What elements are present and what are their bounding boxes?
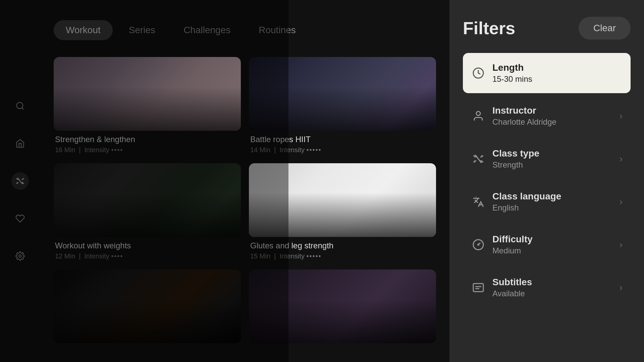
workout-grid: Strengthen & lengthen 16 Min | Intensity… (54, 57, 436, 351)
svg-rect-25 (473, 284, 483, 292)
filter-item-subtitles[interactable]: Subtitles Available › (463, 267, 631, 308)
clear-button[interactable]: Clear (579, 17, 631, 40)
workout-card-0[interactable]: Strengthen & lengthen 16 Min | Intensity… (54, 57, 241, 155)
filter-name-subtitles: Subtitles (492, 277, 616, 288)
tab-series[interactable]: Series (117, 20, 167, 40)
svg-line-1 (22, 108, 23, 109)
filter-item-classtype[interactable]: Class type Strength › (463, 139, 631, 179)
filters-header: Filters Clear (463, 17, 631, 40)
filter-name-classtype: Class type (492, 148, 616, 159)
filter-name-classlanguage: Class language (492, 191, 616, 202)
chevron-classtype: › (620, 154, 623, 164)
workout-icon[interactable] (11, 172, 29, 190)
filters-title: Filters (463, 18, 515, 38)
subtitles-icon (471, 280, 486, 295)
card-meta-3: 15 Min | Intensity ••••• (250, 252, 435, 260)
chevron-difficulty: › (620, 239, 623, 250)
tabs-container: Workout Series Challenges Routines (54, 20, 436, 40)
tab-routines[interactable]: Routines (247, 20, 308, 40)
filter-name-instructor: Instructor (492, 105, 616, 116)
gauge-icon (471, 237, 486, 252)
filter-value-classtype: Strength (492, 160, 616, 170)
card-title-2: Workout with weights (55, 241, 239, 250)
clock-icon (471, 66, 486, 80)
workout-card-2[interactable]: Workout with weights 12 Min | Intensity … (54, 163, 241, 261)
svg-line-2 (18, 178, 22, 184)
card-title-1: Battle ropes HIIT (250, 135, 435, 144)
workout-card-4[interactable] (54, 269, 241, 351)
filter-item-length[interactable]: Length 15-30 mins (463, 53, 631, 93)
card-meta-2: 12 Min | Intensity •••• (55, 252, 239, 260)
filter-value-length: 15-30 mins (492, 74, 623, 84)
filters-panel: Filters Clear Length 15-30 mins Instruct… (449, 0, 644, 362)
card-meta-0: 16 Min | Intensity •••• (55, 146, 239, 154)
filter-name-length: Length (492, 62, 623, 73)
svg-point-13 (476, 112, 480, 116)
person-icon (471, 109, 486, 123)
filter-name-difficulty: Difficulty (492, 234, 616, 245)
workout-card-5[interactable] (249, 269, 436, 351)
settings-icon[interactable] (11, 247, 29, 265)
filter-item-difficulty[interactable]: Difficulty Medium › (463, 225, 631, 265)
tab-workout[interactable]: Workout (54, 20, 113, 40)
svg-point-24 (478, 244, 479, 245)
card-title-3: Glutes and leg strength (250, 241, 435, 250)
home-icon[interactable] (11, 135, 29, 152)
workout-card-1[interactable]: Battle ropes HIIT 14 Min | Intensity •••… (249, 57, 436, 155)
main-content: Workout Series Challenges Routines Stren… (40, 0, 449, 362)
tab-challenges[interactable]: Challenges (171, 20, 243, 40)
favorites-icon[interactable] (11, 210, 29, 227)
card-meta-1: 14 Min | Intensity ••••• (250, 146, 435, 154)
dumbbell-icon (471, 152, 486, 166)
svg-point-11 (19, 255, 21, 257)
svg-point-0 (17, 103, 23, 109)
svg-line-14 (475, 155, 481, 163)
chevron-subtitles: › (620, 282, 623, 293)
sidebar (0, 0, 40, 362)
filter-value-difficulty: Medium (492, 246, 616, 255)
search-icon[interactable] (11, 97, 29, 115)
filter-item-classlanguage[interactable]: Class language English › (463, 182, 631, 222)
chevron-classlanguage: › (620, 196, 623, 207)
card-title-0: Strengthen & lengthen (55, 135, 239, 144)
filter-item-instructor[interactable]: Instructor Charlotte Aldridge › (463, 96, 631, 136)
workout-card-3[interactable]: Glutes and leg strength 15 Min | Intensi… (249, 163, 436, 261)
filter-value-classlanguage: English (492, 203, 616, 213)
chevron-instructor: › (620, 111, 623, 121)
translate-icon (471, 194, 486, 209)
filter-value-instructor: Charlotte Aldridge (492, 117, 616, 127)
filter-value-subtitles: Available (492, 289, 616, 298)
